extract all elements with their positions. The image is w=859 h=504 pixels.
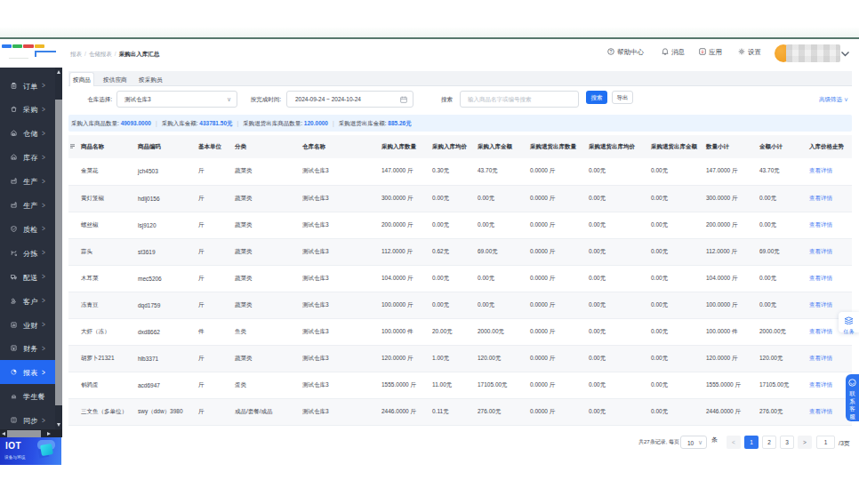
svg-text:?: ? bbox=[610, 49, 613, 54]
